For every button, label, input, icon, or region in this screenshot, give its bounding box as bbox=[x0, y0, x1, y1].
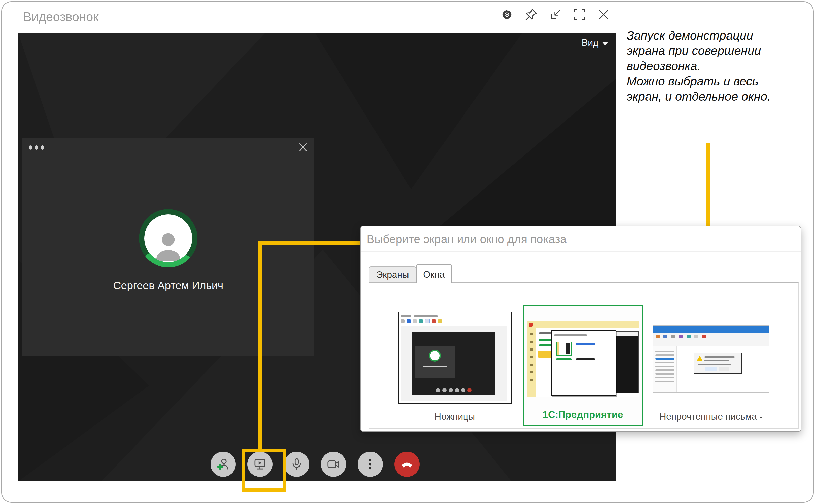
tab-strip: Экраны Окна bbox=[369, 264, 452, 282]
add-person-button[interactable] bbox=[211, 452, 236, 477]
mini-titlebar bbox=[401, 314, 440, 318]
camera-button[interactable] bbox=[321, 452, 346, 477]
mini-mail-titlebar bbox=[653, 326, 769, 333]
share-picker-dialog: Выберите экран или окно для показа Экран… bbox=[360, 226, 801, 432]
tile-more-dots-icon[interactable] bbox=[29, 145, 44, 150]
settings-gear-icon[interactable] bbox=[500, 8, 514, 22]
mini-snip-view bbox=[401, 326, 507, 401]
mini-mail-ribbon bbox=[653, 333, 769, 346]
mini-warning-dialog bbox=[694, 353, 742, 374]
thumbnail-label-snipping: Ножницы bbox=[398, 411, 512, 422]
annotation-text: Запуск демонстрации экрана при совершени… bbox=[627, 28, 813, 104]
connector-line-vertical-left bbox=[259, 241, 263, 449]
window-thumbnail-snipping[interactable] bbox=[398, 312, 512, 404]
thumbnail-label-mail: Непрочтенные письма - bbox=[648, 411, 774, 422]
thumbnail-label-1c: 1С:Предприятие bbox=[524, 409, 642, 420]
microphone-button[interactable] bbox=[284, 452, 309, 477]
mini-1c-window bbox=[527, 321, 639, 397]
warning-icon bbox=[696, 356, 703, 361]
more-options-button[interactable] bbox=[358, 452, 383, 477]
tab-screens[interactable]: Экраны bbox=[369, 266, 416, 282]
person-icon bbox=[149, 226, 187, 262]
mini-mail-folders bbox=[653, 346, 677, 392]
connector-line-vertical-right bbox=[706, 143, 710, 226]
screenshot-root: Видеозвонок bbox=[0, 0, 815, 504]
pin-icon[interactable] bbox=[524, 8, 538, 22]
tab-windows[interactable]: Окна bbox=[416, 264, 452, 283]
highlight-box-screen-share bbox=[242, 449, 286, 492]
window-thumbnail-1c-selected[interactable]: 1С:Предприятие bbox=[523, 305, 643, 426]
chevron-down-icon bbox=[602, 42, 608, 45]
close-icon[interactable] bbox=[596, 8, 611, 22]
mini-toolbar bbox=[401, 319, 442, 323]
participant-tile: Сергеев Артем Ильич bbox=[22, 138, 314, 356]
collapse-to-corner-icon[interactable] bbox=[548, 8, 562, 22]
participant-name: Сергеев Артем Ильич bbox=[22, 279, 314, 292]
window-title: Видеозвонок bbox=[23, 10, 99, 24]
end-call-button[interactable] bbox=[394, 452, 420, 477]
window-thumbnail-mail[interactable] bbox=[653, 325, 769, 393]
dialog-title: Выберите экран или окно для показа bbox=[367, 232, 567, 246]
view-menu[interactable]: Вид bbox=[581, 37, 608, 48]
avatar bbox=[139, 209, 197, 267]
view-menu-label: Вид bbox=[581, 37, 598, 48]
dialog-separator bbox=[361, 251, 801, 251]
fullscreen-icon[interactable] bbox=[572, 8, 586, 22]
connector-line-horizontal bbox=[259, 241, 361, 245]
window-controls bbox=[500, 8, 611, 22]
tile-close-icon[interactable] bbox=[298, 142, 308, 153]
